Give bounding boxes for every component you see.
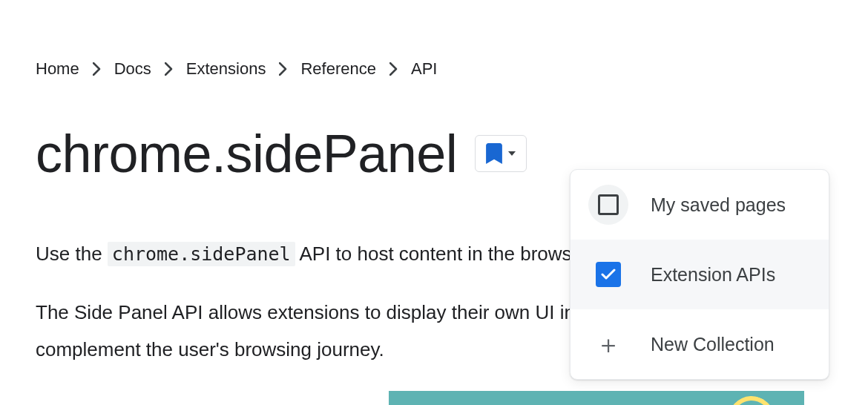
- dropdown-item-label: My saved pages: [651, 194, 786, 216]
- breadcrumb-item-home[interactable]: Home: [36, 59, 79, 79]
- dropdown-item-extension-apis[interactable]: Extension APIs: [571, 240, 829, 309]
- breadcrumb-item-docs[interactable]: Docs: [114, 59, 151, 79]
- dropdown-item-label: New Collection: [651, 334, 775, 355]
- square-outline-icon: [598, 194, 619, 215]
- dropdown-item-new-collection[interactable]: ＋ New Collection: [571, 309, 829, 379]
- plus-icon: ＋: [596, 332, 621, 357]
- chevron-right-icon: [165, 62, 173, 76]
- breadcrumb-item-api[interactable]: API: [411, 59, 437, 79]
- save-dropdown-menu: My saved pages Extension APIs ＋ New Coll…: [570, 169, 829, 380]
- chevron-right-icon: [279, 62, 287, 76]
- checkbox-checked-icon: [596, 262, 621, 287]
- collection-checked-icon: [588, 254, 628, 294]
- collection-unchecked-icon: [588, 185, 628, 225]
- decorative-banner: [389, 391, 804, 405]
- chevron-right-icon: [389, 62, 398, 76]
- inline-code: chrome.sidePanel: [108, 242, 295, 266]
- dropdown-item-label: Extension APIs: [651, 264, 775, 286]
- caret-down-icon: [508, 151, 516, 156]
- page-title: chrome.sidePanel: [36, 123, 457, 184]
- intro-text-prefix: Use the: [36, 243, 108, 265]
- chevron-right-icon: [93, 62, 101, 76]
- breadcrumb: Home Docs Extensions Reference API: [36, 59, 868, 79]
- dropdown-item-my-saved-pages[interactable]: My saved pages: [571, 170, 829, 240]
- save-to-collection-button[interactable]: [475, 135, 527, 172]
- breadcrumb-item-reference[interactable]: Reference: [300, 59, 376, 79]
- bookmark-icon: [486, 143, 502, 164]
- plus-icon-wrap: ＋: [588, 324, 628, 364]
- breadcrumb-item-extensions[interactable]: Extensions: [186, 59, 266, 79]
